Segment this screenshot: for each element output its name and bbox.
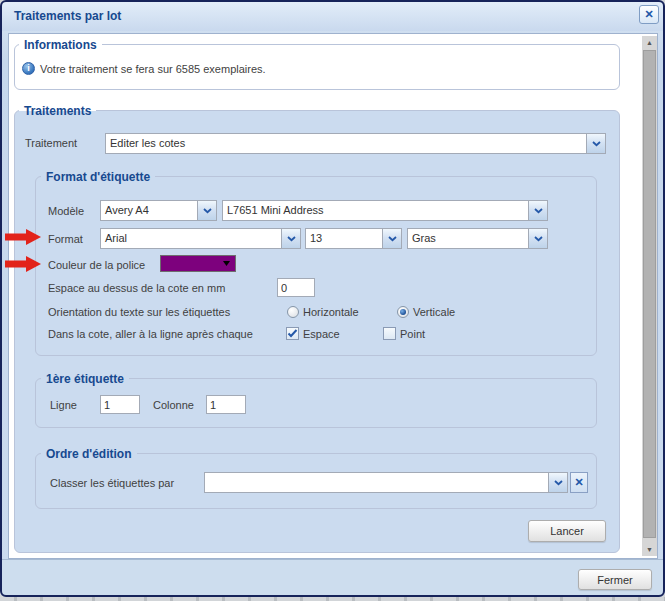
classer-clear-button[interactable]: ✕ [570,472,588,493]
font-family-dropdown-button[interactable] [281,229,300,248]
chevron-down-icon [554,480,563,486]
radio-verticale[interactable] [397,306,409,318]
dialog-title: Traitements par lot [14,9,121,23]
vertical-scrollbar[interactable]: ▲ ▼ [642,36,657,556]
chevron-down-icon [534,236,543,242]
lancer-button[interactable]: Lancer [528,520,606,542]
modele-brand-dropdown-button[interactable] [197,201,216,220]
radio-verticale-label: Verticale [413,306,455,318]
dropdown-arrow-icon [223,261,230,266]
scrollbar-thumb[interactable] [643,50,656,538]
font-style-dropdown-button[interactable] [528,229,547,248]
format-etiquette-legend: Format d'étiquette [41,170,155,184]
check-icon [287,328,298,339]
informations-legend: Informations [19,38,102,52]
background-window-sliver [0,597,665,601]
checkbox-point-label: Point [400,328,425,340]
espace-cote-label: Espace au dessus de la cote en mm [48,282,225,294]
ligne-input[interactable] [100,395,140,414]
fermer-button[interactable]: Fermer [578,569,652,590]
scroll-down-icon[interactable]: ▼ [642,543,657,556]
premiere-etiquette-legend: 1ère étiquette [41,372,129,386]
checkbox-espace[interactable] [286,327,299,340]
chevron-down-icon [592,141,601,147]
chevron-down-icon [534,208,543,214]
font-color-label: Couleur de la police [48,259,145,271]
traitement-combobox[interactable]: Editer les cotes [105,133,606,154]
ordre-edition-legend: Ordre d'édition [41,447,137,461]
ligne-label: Ligne [50,399,77,411]
font-style-value: Gras [408,229,528,248]
modele-type-value: L7651 Mini Address [223,201,528,220]
format-label: Format [48,233,83,245]
chevron-down-icon [203,208,212,214]
font-color-dropdown[interactable] [160,255,236,272]
retour-ligne-label: Dans la cote, aller à la ligne après cha… [48,328,253,340]
scroll-up-icon[interactable]: ▲ [642,36,657,49]
modele-label: Modèle [48,205,84,217]
screenshot-root: Traitements par lot ✕ Informations i Vot… [0,0,665,601]
orientation-label: Orientation du texte sur les étiquettes [48,306,230,318]
modele-type-dropdown-button[interactable] [528,201,547,220]
font-family-value: Arial [101,229,281,248]
modele-brand-combobox[interactable]: Avery A4 [100,200,217,221]
colonne-input[interactable] [206,395,246,414]
font-family-combobox[interactable]: Arial [100,228,301,249]
classer-value [205,473,548,492]
font-size-value: 13 [306,229,382,248]
close-icon: ✕ [644,8,653,20]
clear-icon: ✕ [574,476,583,488]
font-size-dropdown-button[interactable] [382,229,401,248]
chevron-down-icon [287,236,296,242]
dialog-titlebar[interactable]: Traitements par lot [2,2,663,31]
modele-brand-value: Avery A4 [101,201,197,220]
radio-horizontale-label: Horizontale [303,306,359,318]
close-button[interactable]: ✕ [639,5,659,24]
traitement-label: Traitement [25,137,77,149]
espace-cote-input[interactable] [277,278,315,297]
traitement-value: Editer les cotes [106,134,586,153]
dialog-footer [2,559,663,596]
classer-label: Classer les étiquettes par [50,477,174,489]
font-size-combobox[interactable]: 13 [305,228,402,249]
annotation-arrow-couleur [5,256,41,272]
font-style-combobox[interactable]: Gras [407,228,548,249]
informations-message: Votre traitement se fera sur 6585 exempl… [40,63,266,75]
classer-dropdown-button[interactable] [548,473,567,492]
info-icon: i [22,62,35,75]
colonne-label: Colonne [153,399,194,411]
annotation-arrow-format [5,229,41,245]
checkbox-espace-label: Espace [303,328,340,340]
checkbox-point[interactable] [383,327,396,340]
traitements-legend: Traitements [19,104,96,118]
modele-type-combobox[interactable]: L7651 Mini Address [222,200,548,221]
radio-horizontale[interactable] [287,306,299,318]
traitement-dropdown-button[interactable] [586,134,605,153]
chevron-down-icon [388,236,397,242]
classer-combobox[interactable] [204,472,568,493]
